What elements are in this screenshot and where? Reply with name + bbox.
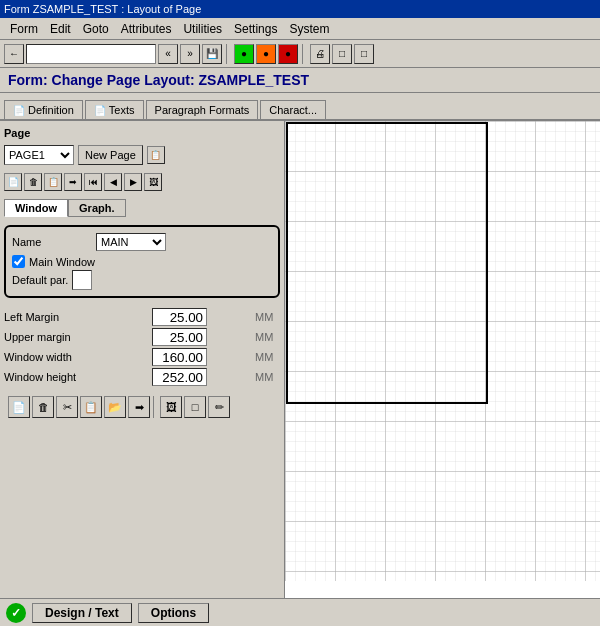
- tab-bar: 📄 Definition 📄 Texts Paragraph Formats C…: [0, 93, 600, 121]
- name-select[interactable]: MAIN: [96, 233, 166, 251]
- inner-tab-bar: Window Graph.: [4, 199, 280, 217]
- name-label: Name: [12, 236, 92, 248]
- status-check-icon: ✓: [6, 603, 26, 623]
- nav-left-btn[interactable]: «: [158, 44, 178, 64]
- tab-window[interactable]: Window: [4, 199, 68, 217]
- toolbar: ← « » 💾 ● ● ● 🖨 □ □: [0, 40, 600, 68]
- status-bar: ✓ Design / Text Options: [0, 598, 600, 626]
- page-icon-row: 📄 🗑 📋 ➡ ⏮ ◀ ▶ 🖼: [4, 173, 280, 191]
- main-window-label: Main Window: [29, 256, 95, 268]
- page-extra-icon[interactable]: 📋: [147, 146, 165, 164]
- toolbar-sep1: [226, 44, 230, 64]
- new-icon[interactable]: 📄: [4, 173, 22, 191]
- window-height-row: Window height MM: [4, 368, 280, 386]
- default-par-box[interactable]: [72, 270, 92, 290]
- menu-settings[interactable]: Settings: [228, 20, 283, 38]
- tab-graph[interactable]: Graph.: [68, 199, 125, 217]
- window-height-value[interactable]: [152, 368, 207, 386]
- window-width-row: Window width MM: [4, 348, 280, 366]
- tab-texts-label: Texts: [109, 104, 135, 116]
- next-page-icon[interactable]: ▶: [124, 173, 142, 191]
- tab-definition-label: Definition: [28, 104, 74, 116]
- btn-red[interactable]: ●: [278, 44, 298, 64]
- menu-goto[interactable]: Goto: [77, 20, 115, 38]
- menu-utilities[interactable]: Utilities: [177, 20, 228, 38]
- tab-charact-label: Charact...: [269, 104, 317, 116]
- grid-canvas: [285, 121, 600, 625]
- tab-charact[interactable]: Charact...: [260, 100, 326, 119]
- title-bar: Form ZSAMPLE_TEST : Layout of Page: [0, 0, 600, 18]
- bt-new[interactable]: 📄: [8, 396, 30, 418]
- default-par-row: Default par.: [12, 270, 272, 290]
- left-margin-row: Left Margin MM: [4, 308, 280, 326]
- left-margin-value[interactable]: [152, 308, 207, 326]
- tab-definition[interactable]: 📄 Definition: [4, 100, 83, 119]
- first-page-icon[interactable]: ⏮: [84, 173, 102, 191]
- window-width-label: Window width: [4, 351, 104, 363]
- upper-margin-label: Upper margin: [4, 331, 104, 343]
- bottom-toolbar: 📄 🗑 ✂ 📋 📂 ➡ 🖼 □ ✏: [4, 392, 280, 422]
- name-row: Name MAIN: [12, 233, 272, 251]
- page-row: PAGE1 New Page 📋: [4, 145, 280, 165]
- bt-delete[interactable]: 🗑: [32, 396, 54, 418]
- window-width-unit: MM: [255, 351, 280, 363]
- menu-edit[interactable]: Edit: [44, 20, 77, 38]
- btn-extra2[interactable]: □: [354, 44, 374, 64]
- svg-rect-1: [285, 121, 600, 581]
- tab-paragraph[interactable]: Paragraph Formats: [146, 100, 259, 119]
- menu-system[interactable]: System: [283, 20, 335, 38]
- btn-extra1[interactable]: □: [332, 44, 352, 64]
- back-button[interactable]: ←: [4, 44, 24, 64]
- tab-texts[interactable]: 📄 Texts: [85, 100, 144, 119]
- move-icon[interactable]: ➡: [64, 173, 82, 191]
- upper-margin-unit: MM: [255, 331, 280, 343]
- btn-orange[interactable]: ●: [256, 44, 276, 64]
- print-btn[interactable]: 🖨: [310, 44, 330, 64]
- nav-right-btn[interactable]: »: [180, 44, 200, 64]
- left-margin-label: Left Margin: [4, 311, 104, 323]
- default-par-label: Default par.: [12, 274, 68, 286]
- design-text-button[interactable]: Design / Text: [32, 603, 132, 623]
- main-content: Page PAGE1 New Page 📋 📄 🗑 📋 ➡ ⏮ ◀ ▶ 🖼 Wi…: [0, 121, 600, 625]
- menu-bar: Form Edit Goto Attributes Utilities Sett…: [0, 18, 600, 40]
- bt-paste[interactable]: 📂: [104, 396, 126, 418]
- texts-icon: 📄: [94, 105, 106, 116]
- main-window-row: Main Window: [12, 255, 272, 268]
- left-margin-unit: MM: [255, 311, 280, 323]
- bt-copy[interactable]: 📋: [80, 396, 102, 418]
- margins-section: Left Margin MM Upper margin MM Window wi…: [4, 308, 280, 388]
- main-window-checkbox[interactable]: [12, 255, 25, 268]
- left-panel: Page PAGE1 New Page 📋 📄 🗑 📋 ➡ ⏮ ◀ ▶ 🖼 Wi…: [0, 121, 285, 625]
- upper-margin-value[interactable]: [152, 328, 207, 346]
- toolbar-sep2: [302, 44, 306, 64]
- bt-img1[interactable]: 🖼: [160, 396, 182, 418]
- options-button[interactable]: Options: [138, 603, 209, 623]
- bt-move[interactable]: ➡: [128, 396, 150, 418]
- title-text: Form ZSAMPLE_TEST : Layout of Page: [4, 3, 201, 15]
- menu-attributes[interactable]: Attributes: [115, 20, 178, 38]
- btn-green[interactable]: ●: [234, 44, 254, 64]
- bt-img3[interactable]: ✏: [208, 396, 230, 418]
- toolbar-input[interactable]: [26, 44, 156, 64]
- menu-form[interactable]: Form: [4, 20, 44, 38]
- new-page-button[interactable]: New Page: [78, 145, 143, 165]
- delete-icon[interactable]: 🗑: [24, 173, 42, 191]
- bt-img2[interactable]: □: [184, 396, 206, 418]
- tab-paragraph-label: Paragraph Formats: [155, 104, 250, 116]
- bt-cut[interactable]: ✂: [56, 396, 78, 418]
- page-select[interactable]: PAGE1: [4, 145, 74, 165]
- right-panel: Create Window Create Graphic Delete Cut …: [285, 121, 600, 625]
- window-height-label: Window height: [4, 371, 104, 383]
- image-icon[interactable]: 🖼: [144, 173, 162, 191]
- window-config: Name MAIN Main Window Default par.: [4, 225, 280, 298]
- window-width-value[interactable]: [152, 348, 207, 366]
- page-section-label: Page: [4, 125, 280, 141]
- window-height-unit: MM: [255, 371, 280, 383]
- definition-icon: 📄: [13, 105, 25, 116]
- prev-page-icon[interactable]: ◀: [104, 173, 122, 191]
- save-btn[interactable]: 💾: [202, 44, 222, 64]
- upper-margin-row: Upper margin MM: [4, 328, 280, 346]
- bt-sep: [153, 396, 157, 418]
- copy-icon[interactable]: 📋: [44, 173, 62, 191]
- form-title: Form: Change Page Layout: ZSAMPLE_TEST: [0, 68, 600, 93]
